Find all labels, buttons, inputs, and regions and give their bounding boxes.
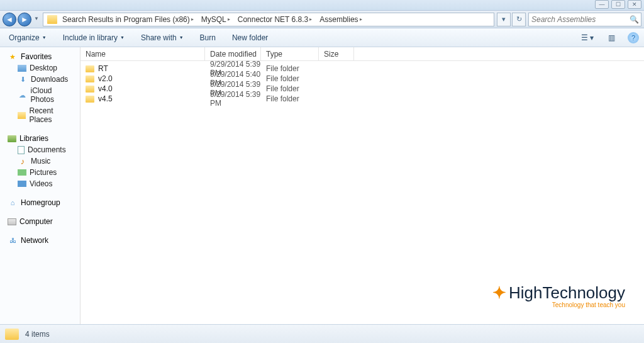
sidebar-item-documents[interactable]: Documents	[0, 144, 80, 155]
sidebar-item-icloud[interactable]: ☁iCloud Photos	[0, 85, 80, 105]
picture-icon	[18, 169, 26, 176]
sidebar-item-homegroup[interactable]: ⌂Homegroup	[0, 197, 80, 208]
sidebar-item-recent[interactable]: Recent Places	[0, 105, 80, 125]
column-header-type[interactable]: Type	[261, 47, 319, 60]
folder-icon	[47, 15, 57, 24]
file-row[interactable]: v4.0 9/29/2014 5:39 PMFile folder	[80, 84, 644, 94]
column-header-date[interactable]: Date modified	[205, 47, 261, 60]
maximize-button[interactable]: ☐	[611, 0, 625, 9]
item-count: 4 items	[25, 330, 50, 339]
chevron-down-icon: ▼	[42, 35, 47, 40]
recent-icon	[18, 112, 26, 119]
file-row[interactable]: v4.5 9/29/2014 5:39 PMFile folder	[80, 94, 644, 104]
sidebar-item-videos[interactable]: Videos	[0, 178, 80, 189]
close-button[interactable]: ✕	[628, 0, 641, 9]
desktop-icon	[18, 65, 26, 72]
minimize-button[interactable]: —	[595, 0, 609, 9]
include-library-button[interactable]: Include in library▼	[59, 31, 128, 44]
computer-icon	[8, 218, 16, 225]
folder-icon	[86, 65, 94, 72]
refresh-button[interactable]: ↻	[512, 13, 526, 26]
homegroup-icon: ⌂	[8, 198, 18, 207]
sidebar-item-computer[interactable]: Computer	[0, 216, 80, 227]
address-bar: ◄ ► ▼ Search Results in Program Files (x…	[0, 11, 644, 28]
breadcrumb-item[interactable]: MySQL▸	[199, 13, 235, 26]
library-icon	[8, 135, 16, 142]
navigation-pane: ★Favorites Desktop ⬇Downloads ☁iCloud Ph…	[0, 47, 80, 330]
preview-pane-button[interactable]: ▥	[604, 31, 619, 45]
document-icon	[18, 146, 25, 154]
watermark: ✦HighTechnology Technology that teach yo…	[492, 283, 625, 308]
chevron-right-icon: ▸	[358, 16, 364, 22]
music-icon: ♪	[18, 157, 28, 166]
title-bar: — ☐ ✕	[0, 0, 644, 11]
burn-button[interactable]: Burn	[196, 31, 219, 44]
video-icon	[18, 181, 26, 187]
chevron-right-icon: ▸	[226, 16, 231, 22]
history-dropdown[interactable]: ▼	[33, 13, 40, 25]
toolbar: Organize▼ Include in library▼ Share with…	[0, 28, 644, 47]
download-icon: ⬇	[18, 75, 28, 84]
watermark-logo-icon: ✦	[492, 283, 506, 303]
file-row[interactable]: RT 9/29/2014 5:39 PMFile folder	[80, 64, 644, 74]
breadcrumb[interactable]: Search Results in Program Files (x86)▸ M…	[43, 13, 494, 26]
folder-icon	[86, 86, 94, 93]
chevron-right-icon: ▸	[308, 16, 313, 22]
folder-icon	[86, 76, 94, 82]
star-icon: ★	[8, 52, 18, 61]
recent-locations-button[interactable]: ▾	[497, 13, 511, 26]
search-icon[interactable]: 🔍	[630, 15, 638, 24]
search-box[interactable]: 🔍	[528, 13, 641, 26]
forward-button[interactable]: ►	[18, 13, 31, 26]
organize-button[interactable]: Organize▼	[5, 31, 50, 44]
sidebar-item-pictures[interactable]: Pictures	[0, 167, 80, 178]
folder-icon	[86, 96, 94, 103]
breadcrumb-item[interactable]: Assemblies▸	[317, 13, 367, 26]
new-folder-button[interactable]: New folder	[228, 31, 272, 44]
sidebar-item-desktop[interactable]: Desktop	[0, 62, 80, 74]
column-header-name[interactable]: Name	[80, 47, 205, 60]
status-bar: 4 items	[0, 324, 644, 343]
cloud-icon: ☁	[18, 91, 28, 99]
sidebar-item-music[interactable]: ♪Music	[0, 155, 80, 167]
back-button[interactable]: ◄	[3, 13, 16, 26]
favorites-group[interactable]: ★Favorites	[0, 51, 80, 62]
file-row[interactable]: v2.0 9/29/2014 5:40 PMFile folder	[80, 74, 644, 84]
search-input[interactable]	[531, 15, 630, 24]
libraries-group[interactable]: Libraries	[0, 133, 80, 144]
chevron-down-icon: ▼	[179, 35, 184, 40]
column-headers: Name Date modified Type Size	[80, 47, 644, 61]
share-with-button[interactable]: Share with▼	[137, 31, 187, 44]
column-header-size[interactable]: Size	[319, 47, 354, 60]
help-button[interactable]: ?	[628, 32, 639, 43]
folder-icon	[5, 329, 19, 340]
sidebar-item-downloads[interactable]: ⬇Downloads	[0, 74, 80, 85]
breadcrumb-item[interactable]: Connector NET 6.8.3▸	[235, 13, 318, 26]
sidebar-item-network[interactable]: 🖧Network	[0, 235, 80, 246]
breadcrumb-item[interactable]: Search Results in Program Files (x86)▸	[60, 13, 199, 26]
chevron-right-icon: ▸	[190, 16, 195, 22]
chevron-down-icon: ▼	[120, 35, 125, 40]
network-icon: 🖧	[8, 236, 18, 245]
view-options-button[interactable]: ☰ ▾	[580, 31, 595, 45]
